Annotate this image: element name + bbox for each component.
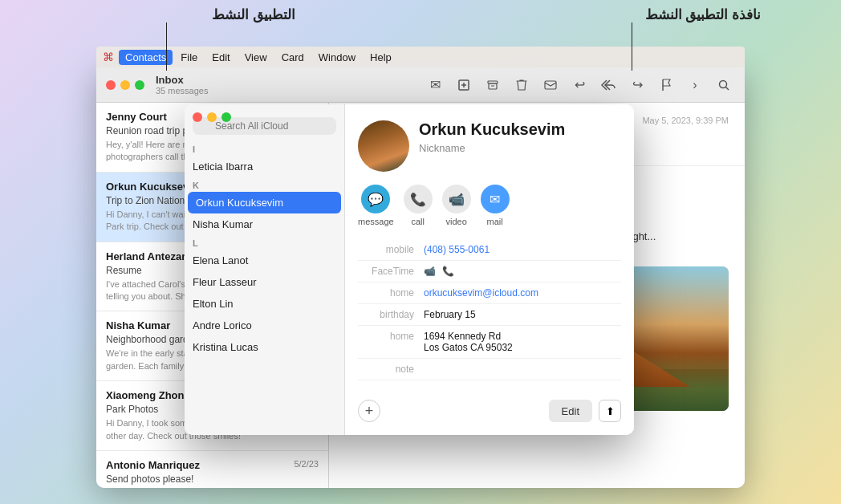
menubar-file[interactable]: File [174, 50, 204, 65]
contact-detail-name: Orkun Kucuksevim [419, 120, 565, 139]
email-sender: Jenny Court [106, 111, 167, 123]
email-label: home [358, 287, 414, 299]
flag-icon[interactable] [655, 74, 677, 96]
message-action-btn[interactable]: 💬 message [358, 185, 394, 226]
trash-icon[interactable] [510, 74, 533, 96]
call-action-icon: 📞 [404, 185, 433, 213]
new-message-icon[interactable] [453, 74, 475, 96]
svg-rect-6 [545, 81, 556, 89]
email-item-antonio[interactable]: Antonio Manriquez 5/2/23 Send photos ple… [96, 451, 328, 488]
window-annotation-line [632, 22, 632, 71]
forward-icon[interactable]: ↪ [626, 74, 648, 96]
birthday-value: February 15 [424, 309, 621, 320]
more-icon[interactable]: › [684, 74, 706, 96]
minimize-button[interactable] [120, 80, 130, 90]
contact-edit-button[interactable]: Edit [549, 400, 592, 422]
email-sender: Antonio Manriquez [106, 459, 200, 471]
contact-field-mobile: mobile (408) 555-0061 [358, 239, 621, 261]
contact-item-nisha[interactable]: Nisha Kumar [185, 213, 344, 235]
svg-point-8 [720, 80, 727, 87]
email-content-date: May 5, 2023, 9:39 PM [642, 116, 729, 125]
apple-menu-icon[interactable]: ⌘ [103, 51, 114, 63]
facetime-icons: 📹 📞 [424, 266, 454, 277]
contact-field-email: home orkucuksevim@icloud.com [358, 282, 621, 304]
window-title: Inbox [156, 74, 208, 86]
menubar-window[interactable]: Window [312, 50, 362, 65]
app-annotation-line [166, 22, 167, 71]
contacts-list-panel: 🔍 I Leticia Ibarra K Orkun Kucuksevim Ni… [185, 104, 345, 435]
window-annotation-label: نافذة التطبيق النشط [645, 6, 761, 23]
menubar-edit[interactable]: Edit [205, 50, 236, 65]
menubar: ⌘ Contacts File Edit View Card Window He… [96, 47, 745, 67]
facetime-label: FaceTime [358, 266, 414, 277]
window-toolbar: Inbox 35 messages ✉ ↩ ↪ [96, 67, 745, 103]
reply-icon[interactable]: ↩ [568, 74, 591, 96]
contacts-minimize-button[interactable] [207, 112, 217, 122]
contact-actions: 💬 message 📞 call 📹 video ✉ mail [358, 185, 621, 226]
contact-avatar [358, 120, 409, 172]
video-action-btn[interactable]: 📹 video [442, 185, 471, 226]
window-subtitle: 35 messages [156, 86, 208, 96]
menubar-contacts[interactable]: Contacts [119, 50, 173, 65]
mail-action-icon: ✉ [481, 185, 510, 213]
facetime-video-icon[interactable]: 📹 [424, 266, 436, 277]
svg-line-9 [726, 87, 729, 90]
contacts-fullscreen-button[interactable] [221, 112, 231, 122]
menubar-help[interactable]: Help [364, 50, 398, 65]
contact-detail-footer: + Edit ⬆ [358, 393, 621, 422]
fullscreen-button[interactable] [135, 80, 144, 90]
note-label: note [358, 364, 414, 375]
message-action-icon: 💬 [361, 185, 390, 213]
email-sender: Nisha Kumar [106, 319, 170, 331]
contacts-section-i: I [185, 141, 344, 156]
contact-add-button[interactable]: + [358, 400, 380, 422]
contacts-section-l: L [185, 235, 344, 250]
email-value[interactable]: orkucuksevim@icloud.com [424, 287, 621, 299]
facetime-audio-icon[interactable]: 📞 [442, 266, 454, 277]
address-label: home [358, 331, 414, 353]
archive-icon[interactable] [481, 74, 504, 96]
contact-name-area: Orkun Kucuksevim Nickname [419, 120, 565, 154]
contact-item-fleur[interactable]: Fleur Lasseur [185, 271, 344, 293]
mail-action-btn[interactable]: ✉ mail [481, 185, 510, 226]
email-preview: Hi Danny, Remember that awesome trip we … [106, 487, 319, 488]
reply-all-icon[interactable] [597, 74, 620, 96]
search-icon[interactable] [713, 74, 735, 96]
contact-footer-right: Edit ⬆ [549, 400, 621, 422]
contacts-close-button[interactable] [193, 112, 202, 122]
contact-item-andre[interactable]: Andre Lorico [185, 315, 344, 336]
traffic-lights [106, 80, 144, 90]
contact-item-kristina[interactable]: Kristina Lucas [185, 336, 344, 358]
contact-item-orkun[interactable]: Orkun Kucuksevim [188, 192, 341, 213]
email-date: 5/2/23 [294, 459, 319, 471]
call-action-label: call [411, 217, 425, 226]
video-action-icon: 📹 [442, 185, 471, 213]
menubar-card[interactable]: Card [275, 50, 311, 65]
contact-item-elton[interactable]: Elton Lin [185, 293, 344, 315]
note-value [424, 364, 621, 375]
call-action-btn[interactable]: 📞 call [404, 185, 433, 226]
contact-detail-nickname: Nickname [419, 142, 565, 154]
contact-detail-header: Orkun Kucuksevim Nickname [358, 120, 621, 172]
contacts-traffic-lights [193, 112, 231, 122]
mobile-label: mobile [358, 244, 414, 255]
email-sender: Herland Antezana [106, 250, 193, 262]
contact-share-button[interactable]: ⬆ [599, 400, 621, 422]
contact-item-leticia[interactable]: Leticia Ibarra [185, 156, 344, 177]
close-button[interactable] [106, 80, 116, 90]
video-action-label: video [445, 217, 466, 226]
contact-item-elena[interactable]: Elena Lanot [185, 250, 344, 271]
compose-icon[interactable]: ✉ [424, 74, 446, 96]
contact-detail-panel: Orkun Kucuksevim Nickname 💬 message 📞 ca… [345, 104, 634, 435]
contacts-window: 🔍 I Leticia Ibarra K Orkun Kucuksevim Ni… [185, 104, 634, 435]
email-subject: Send photos please! [106, 474, 319, 485]
contact-field-facetime: FaceTime 📹 📞 [358, 261, 621, 282]
menubar-view[interactable]: View [238, 50, 274, 65]
email-sender: Xiaomeng Zhong [106, 389, 190, 401]
window-title-area: Inbox 35 messages [156, 74, 208, 96]
move-icon[interactable] [539, 74, 562, 96]
app-annotation-label: التطبيق النشط [212, 6, 295, 23]
contacts-section-k: K [185, 177, 344, 192]
mobile-value[interactable]: (408) 555-0061 [424, 244, 621, 255]
contact-field-note: note [358, 359, 621, 380]
